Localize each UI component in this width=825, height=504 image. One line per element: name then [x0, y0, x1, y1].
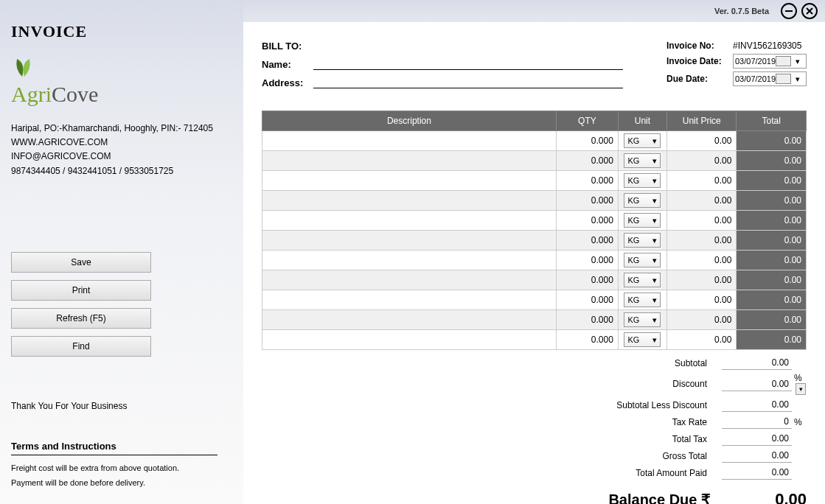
unit-cell: KG▾ — [618, 251, 666, 270]
chevron-down-icon: ▾ — [652, 335, 657, 345]
unit-cell: KG▾ — [618, 290, 666, 310]
brand-part1: Agri — [11, 82, 52, 106]
price-cell[interactable]: 0.00 — [667, 131, 737, 151]
table-row: 0.000KG▾0.000.00 — [262, 310, 807, 330]
qty-cell[interactable]: 0.000 — [556, 290, 618, 310]
price-cell[interactable]: 0.00 — [667, 171, 737, 191]
price-cell[interactable]: 0.00 — [667, 231, 737, 251]
invoice-date-picker[interactable]: 03/07/2019▾ — [733, 54, 807, 69]
bill-heading: BILL TO: — [262, 41, 313, 52]
unit-cell: KG▾ — [618, 270, 666, 290]
price-cell[interactable]: 0.00 — [667, 310, 737, 330]
qty-cell[interactable]: 0.000 — [556, 131, 618, 151]
unit-select[interactable]: KG▾ — [624, 193, 661, 208]
desc-cell[interactable] — [262, 310, 557, 330]
qty-cell[interactable]: 0.000 — [556, 171, 618, 191]
col-price: Unit Price — [667, 111, 737, 131]
unit-select[interactable]: KG▾ — [624, 293, 661, 307]
total-cell: 0.00 — [737, 310, 807, 330]
col-unit: Unit — [618, 111, 666, 131]
chevron-down-icon: ▾ — [652, 236, 657, 245]
qty-cell[interactable]: 0.000 — [556, 191, 618, 211]
desc-cell[interactable] — [262, 151, 557, 171]
qty-cell[interactable]: 0.000 — [556, 231, 618, 251]
balance-due-label: Balance Due ₹ — [608, 491, 711, 504]
total-cell: 0.00 — [737, 251, 807, 270]
table-row: 0.000KG▾0.000.00 — [262, 191, 807, 211]
table-row: 0.000KG▾0.000.00 — [262, 131, 807, 151]
subtotal-value: 0.00 — [722, 356, 792, 370]
price-cell[interactable]: 0.00 — [667, 151, 737, 171]
total-cell: 0.00 — [737, 171, 807, 191]
close-button[interactable] — [801, 3, 818, 19]
desc-cell[interactable] — [262, 171, 557, 191]
desc-cell[interactable] — [262, 131, 557, 151]
desc-cell[interactable] — [262, 270, 557, 290]
balance-due-value: 0.00 — [733, 490, 807, 504]
desc-cell[interactable] — [262, 251, 557, 270]
unit-select[interactable]: KG▾ — [624, 312, 661, 327]
desc-cell[interactable] — [262, 191, 557, 211]
bill-name-label: Name: — [262, 59, 313, 70]
save-button[interactable]: Save — [11, 252, 151, 273]
desc-cell[interactable] — [262, 290, 557, 310]
desc-cell[interactable] — [262, 231, 557, 251]
unit-select[interactable]: KG▾ — [624, 233, 661, 248]
table-row: 0.000KG▾0.000.00 — [262, 171, 807, 191]
bill-name-input[interactable] — [313, 56, 623, 70]
qty-cell[interactable]: 0.000 — [556, 251, 618, 270]
total-cell: 0.00 — [737, 290, 807, 310]
unit-cell: KG▾ — [618, 310, 666, 330]
find-button[interactable]: Find — [11, 336, 151, 357]
unit-select[interactable]: KG▾ — [624, 133, 661, 148]
price-cell[interactable]: 0.00 — [667, 270, 737, 290]
col-description: Description — [262, 111, 557, 131]
price-cell[interactable]: 0.00 — [667, 191, 737, 211]
total-cell: 0.00 — [737, 330, 807, 350]
page-title: INVOICE — [11, 22, 232, 41]
price-cell[interactable]: 0.00 — [667, 290, 737, 310]
tax-rate-value[interactable]: 0 — [722, 415, 792, 429]
amount-paid-value[interactable]: 0.00 — [722, 466, 792, 480]
desc-cell[interactable] — [262, 211, 557, 231]
chevron-down-icon: ▾ — [652, 156, 657, 166]
desc-cell[interactable] — [262, 330, 557, 350]
due-date-picker[interactable]: 03/07/2019▾ — [733, 71, 807, 86]
chevron-down-icon: ▾ — [652, 295, 657, 305]
terms-title: Terms and Instructions — [11, 441, 217, 455]
chevron-down-icon: ▾ — [652, 196, 657, 206]
bill-address-input[interactable] — [313, 74, 623, 88]
subtotal-less-value: 0.00 — [722, 398, 792, 412]
unit-select[interactable]: KG▾ — [624, 332, 661, 347]
unit-select[interactable]: KG▾ — [624, 273, 661, 287]
refresh-button[interactable]: Refresh (F5) — [11, 308, 151, 329]
total-tax-label: Total Tax — [574, 434, 722, 444]
unit-cell: KG▾ — [618, 131, 666, 151]
table-row: 0.000KG▾0.000.00 — [262, 290, 807, 310]
minimize-button[interactable] — [781, 3, 797, 19]
price-cell[interactable]: 0.00 — [667, 251, 737, 270]
discount-value[interactable]: 0.00 — [722, 377, 792, 391]
price-cell[interactable]: 0.00 — [667, 211, 737, 231]
unit-select[interactable]: KG▾ — [624, 253, 661, 267]
chevron-down-icon: ▾ — [791, 57, 804, 66]
qty-cell[interactable]: 0.000 — [556, 270, 618, 290]
price-cell[interactable]: 0.00 — [667, 330, 737, 350]
discount-unit-dropdown[interactable]: ▾ — [796, 383, 806, 395]
qty-cell[interactable]: 0.000 — [556, 330, 618, 350]
calendar-icon — [776, 74, 790, 84]
unit-cell: KG▾ — [618, 171, 666, 191]
total-cell: 0.00 — [737, 151, 807, 171]
unit-select[interactable]: KG▾ — [624, 213, 661, 228]
invoice-date-label: Invoice Date: — [666, 56, 733, 66]
unit-select[interactable]: KG▾ — [624, 153, 661, 168]
qty-cell[interactable]: 0.000 — [556, 310, 618, 330]
qty-cell[interactable]: 0.000 — [556, 211, 618, 231]
table-row: 0.000KG▾0.000.00 — [262, 151, 807, 171]
chevron-down-icon: ▾ — [652, 276, 657, 285]
unit-select[interactable]: KG▾ — [624, 173, 661, 188]
chevron-down-icon: ▾ — [652, 256, 657, 265]
print-button[interactable]: Print — [11, 280, 151, 301]
qty-cell[interactable]: 0.000 — [556, 151, 618, 171]
gross-total-label: Gross Total — [574, 451, 722, 461]
